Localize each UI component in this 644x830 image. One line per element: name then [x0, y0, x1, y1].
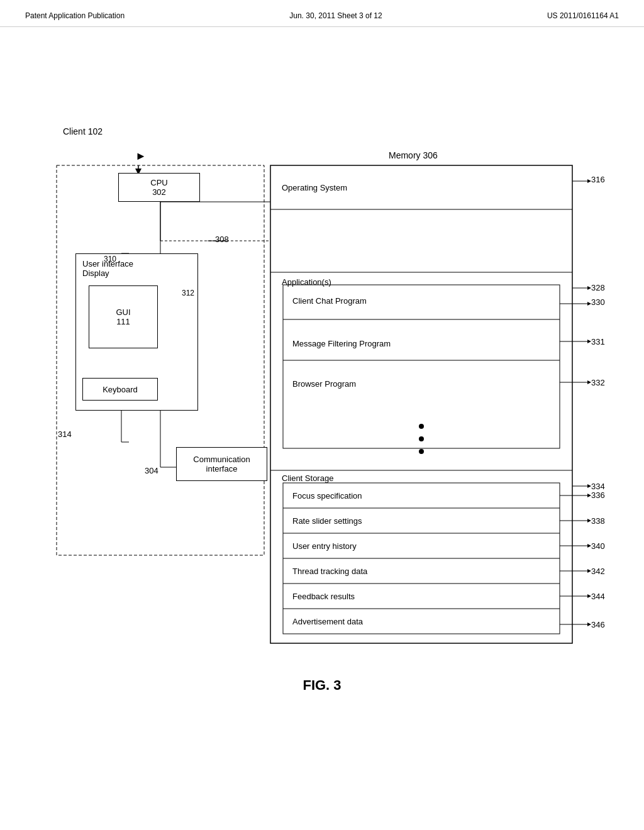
ui-outer-box: User interface Display GUI 111 312 Keybo… — [75, 253, 198, 411]
ref-304: 304 — [145, 466, 158, 475]
client-arrow: ► — [135, 150, 147, 163]
svg-rect-15 — [283, 483, 560, 634]
applications-label: Application(s) — [282, 277, 331, 287]
os-label: Operating System — [282, 183, 347, 192]
ref-328: 328 — [591, 283, 605, 292]
ref-332: 332 — [591, 378, 605, 387]
ref-338: 338 — [591, 516, 605, 526]
cpu-box: CPU 302 — [118, 173, 200, 202]
page-header: Patent Application Publication Jun. 30, … — [0, 0, 644, 27]
header-left: Patent Application Publication — [25, 11, 125, 20]
ref-312: 312 — [182, 289, 194, 297]
ref-336: 336 — [591, 490, 605, 500]
ref-340: 340 — [591, 541, 605, 551]
ref-330: 330 — [591, 297, 605, 307]
feedback-label: Feedback results — [292, 592, 355, 601]
diagram-area: Client 102 ► CPU 302 308 User interface … — [0, 27, 644, 719]
ref-308: 308 — [215, 235, 229, 244]
focus-spec-label: Focus specification — [292, 491, 362, 501]
browser-label: Browser Program — [292, 379, 356, 389]
user-entry-label: User entry history — [292, 541, 357, 551]
gui-box: GUI 111 — [89, 285, 158, 348]
ref-346: 346 — [591, 620, 605, 629]
message-filter-label: Message Filtering Program — [292, 339, 391, 348]
header-center: Jun. 30, 2011 Sheet 3 of 12 — [289, 11, 382, 20]
client-storage-label: Client Storage — [282, 473, 333, 483]
rate-slider-label: Rate slider settings — [292, 516, 362, 526]
comm-box: Communication interface — [176, 447, 267, 481]
ref-344: 344 — [591, 592, 605, 601]
keyboard-box: Keyboard — [82, 378, 158, 401]
ref-334: 334 — [591, 482, 605, 491]
ref-331: 331 — [591, 337, 605, 346]
svg-rect-11 — [283, 285, 560, 448]
advertisement-label: Advertisement data — [292, 617, 363, 626]
ref-310: 310 — [104, 255, 116, 263]
ref-314: 314 — [58, 429, 72, 439]
client-label: Client 102 — [63, 126, 103, 136]
svg-point-46 — [419, 436, 424, 441]
client-chat-label: Client Chat Program — [292, 296, 367, 306]
memory-label: Memory 306 — [389, 150, 438, 160]
svg-point-45 — [419, 424, 424, 429]
thread-tracking-label: Thread tracking data — [292, 567, 367, 576]
ref-316: 316 — [591, 175, 605, 184]
svg-point-47 — [419, 449, 424, 454]
ref-342: 342 — [591, 567, 605, 576]
header-right: US 2011/0161164 A1 — [547, 11, 619, 20]
fig-caption: FIG. 3 — [303, 677, 341, 694]
